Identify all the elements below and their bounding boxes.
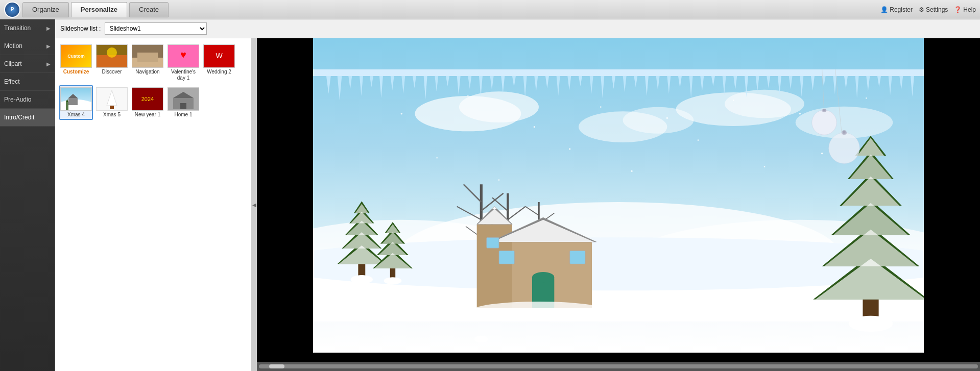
theme-item-valentines[interactable]: ♥ Valentine's day 1	[166, 42, 200, 83]
svg-marker-83	[877, 76, 881, 87]
svg-marker-55	[567, 76, 571, 91]
xmas5-thumb-svg	[97, 88, 127, 110]
collapse-handle[interactable]: ◀	[252, 38, 257, 371]
theme-item-newyear1[interactable]: 2024 New year 1	[131, 85, 164, 120]
slideshow-select[interactable]: Slideshow1	[105, 22, 207, 35]
svg-point-177	[698, 139, 699, 141]
svg-marker-64	[667, 76, 671, 94]
sidebar-item-effect[interactable]: Effect	[0, 73, 55, 91]
top-right-actions: 👤 Register ⚙ Settings ❓ Help	[880, 6, 976, 13]
tab-personalize[interactable]: Personalize	[71, 2, 127, 17]
svg-marker-86	[911, 76, 914, 97]
theme-label-home1: Home 1	[174, 112, 192, 118]
svg-marker-36	[360, 76, 363, 96]
person-icon: 👤	[880, 6, 888, 13]
chevron-right-icon: ▶	[46, 61, 51, 67]
preview-panel	[257, 38, 980, 371]
svg-marker-75	[789, 76, 793, 89]
sidebar-effect-label: Effect	[4, 78, 19, 85]
svg-marker-119	[351, 212, 373, 224]
theme-item-navigation[interactable]: Navigation	[131, 42, 164, 83]
svg-marker-70	[733, 76, 737, 90]
svg-point-174	[866, 97, 867, 99]
theme-thumb-newyear1: 2024	[132, 87, 163, 111]
theme-label-newyear1: New year 1	[135, 112, 161, 118]
svg-marker-155	[833, 203, 908, 235]
tab-organize[interactable]: Organize	[22, 2, 69, 17]
svg-marker-52	[534, 76, 538, 91]
svg-marker-65	[678, 76, 682, 88]
svg-marker-85	[899, 76, 903, 90]
svg-point-172	[733, 100, 734, 101]
svg-point-146	[849, 316, 893, 332]
svg-marker-62	[645, 76, 649, 96]
svg-point-171	[666, 117, 668, 119]
help-link[interactable]: ❓ Help	[954, 6, 976, 13]
chevron-right-icon: ▶	[46, 43, 51, 49]
svg-rect-5	[137, 53, 158, 62]
svg-marker-57	[590, 76, 593, 94]
icicles-group	[313, 69, 924, 101]
register-link[interactable]: 👤 Register	[880, 6, 913, 13]
svg-point-179	[498, 179, 500, 181]
svg-marker-48	[490, 76, 494, 90]
svg-point-175	[436, 157, 438, 159]
preview-scrollbar[interactable]	[257, 362, 980, 371]
theme-label-valentines: Valentine's day 1	[169, 69, 198, 81]
preview-canvas	[257, 38, 980, 362]
svg-point-170	[600, 106, 602, 108]
scrollbar-track[interactable]	[259, 364, 978, 368]
sidebar-item-introcredit[interactable]: Intro/Credit	[0, 109, 55, 127]
svg-marker-136	[492, 207, 497, 209]
svg-marker-49	[501, 76, 505, 94]
svg-point-122	[384, 277, 402, 284]
sidebar-item-preaudio[interactable]: Pre-Audio	[0, 91, 55, 109]
theme-item-xmas4[interactable]: Xmas 4	[59, 85, 93, 120]
svg-marker-45	[457, 76, 461, 95]
svg-rect-166	[843, 131, 845, 134]
svg-point-169	[534, 126, 535, 128]
svg-rect-32	[313, 69, 924, 76]
navigation-thumb-svg	[132, 45, 163, 67]
svg-text:♥: ♥	[180, 49, 186, 60]
svg-marker-69	[723, 76, 726, 95]
theme-item-discover[interactable]: Discover	[95, 42, 129, 83]
top-bar: P Organize Personalize Create 👤 Register…	[0, 0, 980, 19]
theme-item-xmas5[interactable]: Xmas 5	[95, 85, 129, 120]
svg-line-93	[464, 184, 482, 202]
sidebar-introcredit-label: Intro/Credit	[4, 114, 34, 121]
sidebar-item-clipart[interactable]: Clipart ▶	[0, 55, 55, 73]
tab-create[interactable]: Create	[129, 2, 169, 17]
svg-marker-67	[700, 76, 704, 91]
sidebar-item-motion[interactable]: Motion ▶	[0, 37, 55, 55]
svg-point-178	[821, 153, 823, 154]
sidebar-item-transition[interactable]: Transition ▶	[0, 19, 55, 37]
svg-marker-73	[767, 76, 770, 88]
svg-marker-58	[601, 76, 604, 98]
theme-thumb-xmas4	[60, 87, 92, 111]
theme-label-customize: Customize	[63, 69, 89, 75]
svg-point-30	[725, 90, 804, 118]
newyear1-thumb-svg: 2024	[132, 88, 163, 110]
svg-marker-81	[855, 76, 859, 98]
scrollbar-thumb[interactable]	[269, 364, 284, 368]
theme-thumb-xmas5	[96, 87, 128, 111]
gear-icon: ⚙	[919, 6, 924, 13]
settings-link[interactable]: ⚙ Settings	[919, 6, 948, 13]
svg-point-173	[799, 113, 801, 114]
app-logo: P	[4, 2, 20, 18]
left-sidebar: Transition ▶ Motion ▶ Clipart ▶ Effect P…	[0, 19, 55, 371]
svg-marker-51	[523, 76, 527, 98]
svg-marker-44	[446, 76, 449, 86]
sidebar-transition-label: Transition	[4, 24, 31, 32]
svg-point-110	[351, 275, 373, 284]
theme-label-xmas4: Xmas 4	[67, 112, 85, 118]
theme-item-customize[interactable]: Custom Customize	[59, 42, 93, 83]
theme-item-home1[interactable]: Home 1	[166, 85, 200, 120]
svg-marker-39	[391, 76, 394, 91]
xmas4-thumb-svg	[61, 88, 91, 110]
svg-text:2024: 2024	[141, 96, 154, 102]
svg-marker-59	[612, 76, 615, 89]
svg-marker-63	[656, 76, 660, 90]
theme-item-wedding2[interactable]: W Wedding 2	[202, 42, 236, 83]
